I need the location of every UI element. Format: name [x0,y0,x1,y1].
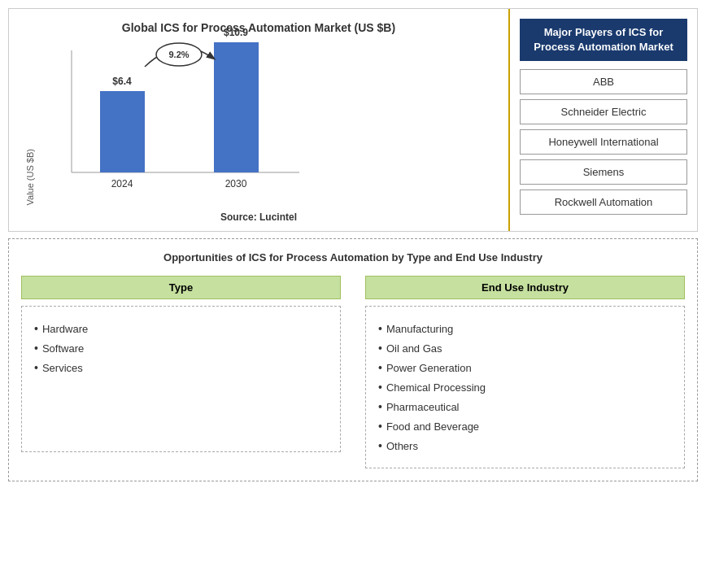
bullet-others: • [378,439,382,452]
chart-wrapper: Value (US $B) $6.4 2024 $10.9 2030 [25,42,492,205]
player-schneider: Schneider Electric [520,99,687,124]
bar-2024 [100,91,145,172]
type-column: Type • Hardware • Software • Services [21,276,341,468]
end-use-list: • Manufacturing • Oil and Gas • Power Ge… [365,306,685,468]
bottom-section: Opportunities of ICS for Process Automat… [8,238,698,481]
type-item-services: • Services [34,358,328,377]
bullet-software: • [34,342,38,355]
type-item-software: • Software [34,338,328,358]
player-honeywell: Honeywell International [520,129,687,155]
bar-2030-year: 2030 [225,178,247,189]
end-use-chemical-label: Chemical Processing [386,381,486,394]
source-text: Source: Lucintel [25,211,492,223]
bar-chart: $6.4 2024 $10.9 2030 [39,42,316,205]
end-use-oil-gas-label: Oil and Gas [386,342,442,355]
bullet-hardware: • [34,322,38,335]
bar-2024-year: 2024 [111,178,133,189]
end-use-item-pharma: • Pharmaceutical [378,397,672,416]
bar-2024-label: $6.4 [112,76,132,87]
end-use-others-label: Others [386,440,418,452]
chart-area: Global ICS for Process Automation Market… [9,9,510,231]
columns-container: Type • Hardware • Software • Services [21,276,685,468]
end-use-item-chemical: • Chemical Processing [378,377,672,397]
chart-title: Global ICS for Process Automation Market… [25,21,492,34]
type-header: Type [21,276,341,299]
opportunities-title: Opportunities of ICS for Process Automat… [21,251,685,264]
end-use-power-label: Power Generation [386,362,472,374]
player-abb: ABB [520,69,687,94]
type-item-hardware: • Hardware [34,319,328,338]
bullet-food: • [378,420,382,433]
type-hardware-label: Hardware [42,323,88,335]
end-use-item-manufacturing: • Manufacturing [378,319,672,338]
player-rockwell: Rockwell Automation [520,189,687,215]
end-use-item-power: • Power Generation [378,358,672,377]
top-section: Global ICS for Process Automation Market… [8,8,698,232]
main-container: Global ICS for Process Automation Market… [8,8,698,481]
type-software-label: Software [42,342,84,355]
y-axis-label: Value (US $B) [25,149,35,206]
players-title: Major Players of ICS for Process Automat… [520,19,687,61]
end-use-column: End Use Industry • Manufacturing • Oil a… [365,276,685,468]
end-use-item-oil-gas: • Oil and Gas [378,338,672,358]
bullet-power: • [378,361,382,374]
bullet-oil-gas: • [378,342,382,355]
bar-2030-label: $10.9 [224,27,248,38]
end-use-manufacturing-label: Manufacturing [386,323,453,335]
type-list: • Hardware • Software • Services [21,306,341,452]
end-use-header: End Use Industry [365,276,685,299]
bullet-chemical: • [378,381,382,394]
bullet-pharma: • [378,400,382,413]
type-services-label: Services [42,362,83,374]
end-use-pharma-label: Pharmaceutical [386,401,460,413]
bullet-manufacturing: • [378,322,382,335]
players-panel: Major Players of ICS for Process Automat… [510,9,697,231]
end-use-item-others: • Others [378,436,672,455]
player-siemens: Siemens [520,159,687,185]
bullet-services: • [34,361,38,374]
bar-2030 [214,42,259,172]
growth-label: 9.2% [168,50,189,59]
end-use-item-food: • Food and Beverage [378,416,672,436]
end-use-food-label: Food and Beverage [386,420,479,433]
